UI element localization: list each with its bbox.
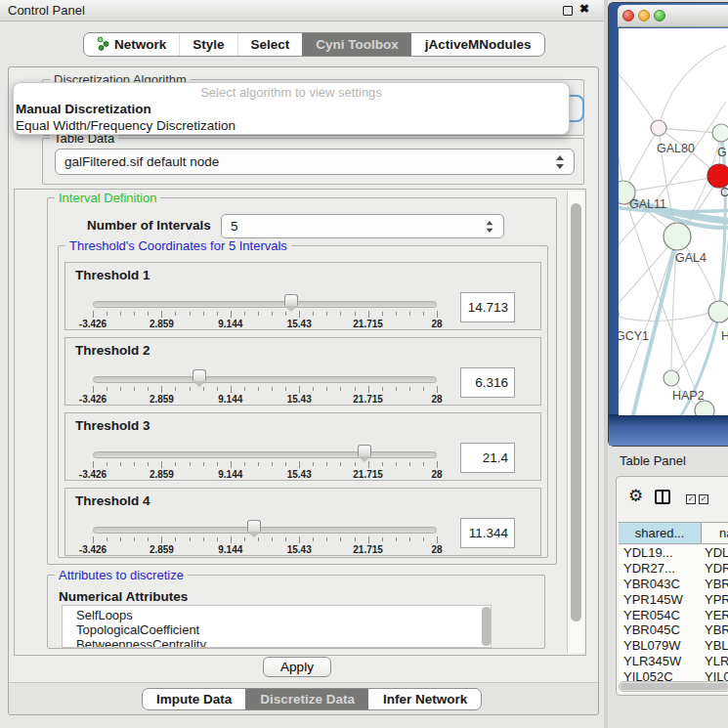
table-cell[interactable]: YDL1 [702,545,728,560]
slider-tick-label: 15.43 [287,319,312,329]
tab-cyni-toolbox[interactable]: Cyni Toolbox [302,33,411,56]
table-row[interactable]: YDL19...YDL1 [619,545,728,561]
slider-tick [340,387,341,391]
column-header-name[interactable]: na [702,523,728,543]
attribute-list-item[interactable]: BetweennessCentrality [76,637,491,648]
slider-track[interactable] [93,301,437,308]
slider-thumb[interactable] [358,445,371,456]
slider-tick [409,537,410,541]
threshold-2-label: Threshold 2 [75,343,150,358]
slider-tick [107,537,107,541]
table-row[interactable]: YBR043CYBR0 [619,577,728,592]
apply-button[interactable]: Apply [263,657,331,677]
table-cell[interactable]: YBR043C [619,577,702,591]
slider-tick [409,387,410,391]
table-cell[interactable]: YER0 [702,608,728,622]
threshold-1-slider[interactable]: -3.4262.8599.14415.4321.71528 [93,298,437,329]
slider-tick-label: -3.426 [79,469,107,480]
threshold-2-value[interactable]: 6.316 [460,367,515,398]
threshold-4-slider[interactable]: -3.4262.8599.14415.4321.71528 [93,524,437,555]
table-row[interactable]: YDR27...YDR2 [619,561,728,577]
attribute-list-item[interactable]: SelfLoops [76,608,491,622]
table-data-combo[interactable]: galFiltered.sif default node [55,149,575,175]
tab-impute-data[interactable]: Impute Data [143,689,245,709]
table-cell[interactable]: YDL19... [619,545,702,560]
node-hap2[interactable] [664,370,679,386]
algorithm-option-manual[interactable]: Manual Discretization [14,101,569,117]
attributes-group-title: Attributes to discretize [55,568,188,582]
table-cell[interactable]: YBL079W [619,638,702,653]
slider-track[interactable] [93,376,437,383]
scrollbar-thumb[interactable] [621,683,728,690]
table-row[interactable]: YER054CYER0 [619,607,728,622]
slider-tick [409,462,410,466]
zoom-traffic-light-icon[interactable] [654,10,665,21]
tab-network-label: Network [114,37,166,52]
close-icon[interactable]: ✖ [579,2,589,16]
close-traffic-light-icon[interactable] [622,10,634,21]
slider-tick [175,462,176,466]
algorithm-option-equal-width[interactable]: Equal Width/Frequency Discretization [14,117,569,134]
node-h[interactable] [708,301,728,322]
network-canvas[interactable]: GAL80 G C GAL11 GAL4 GCY1 H HAP2 [619,28,728,415]
table-cell[interactable]: YPR1 [702,592,728,607]
column-header-shared[interactable]: shared... [619,523,702,543]
node-highlighted[interactable] [707,164,728,188]
number-of-intervals-spinner[interactable]: 5 [221,214,504,238]
table-row[interactable]: YPR145WYPR1 [619,591,728,607]
table-cell[interactable]: YBR0 [702,622,728,637]
node-partial[interactable] [695,401,714,415]
threshold-3-value[interactable]: 21.4 [460,443,515,473]
threshold-2-slider[interactable]: -3.4262.8599.14415.4321.71528 [93,373,437,405]
network-window-titlebar[interactable] [618,5,728,27]
algorithm-hint-option[interactable]: Select algorithm to view settings [14,83,569,101]
tab-infer-network-label: Infer Network [383,692,467,707]
minimize-traffic-light-icon[interactable] [638,10,650,21]
table-row[interactable]: YBR045CYBR0 [619,622,728,638]
panel-vertical-scrollbar[interactable] [567,192,584,653]
attribute-list-item[interactable]: TopologicalCoefficient [76,622,491,637]
table-cell[interactable]: YPR145W [619,592,702,607]
slider-tick-label: 9.144 [218,394,242,405]
node-g[interactable] [712,124,728,142]
slider-thumb[interactable] [284,294,298,306]
network-view-window: GAL80 G C GAL11 GAL4 GCY1 H HAP2 [608,2,728,447]
slider-thumb[interactable] [247,520,261,532]
table-row[interactable]: YBL079WYBL0 [619,638,728,654]
node-gal4[interactable] [664,223,691,250]
numerical-attributes-list[interactable]: SelfLoopsTopologicalCoefficientBetweenne… [62,605,492,648]
float-window-icon[interactable] [563,6,573,16]
checkbox-icon-1[interactable]: ✓ [686,494,696,504]
tab-jactivemnodules[interactable]: jActiveMNodules [411,33,544,56]
slider-track[interactable] [93,451,437,458]
slider-track[interactable] [93,527,437,534]
table-cell[interactable]: YDR27... [619,561,702,576]
table-cell[interactable]: YBL0 [702,638,728,653]
threshold-4-value[interactable]: 11.344 [460,518,515,548]
table-cell[interactable]: YBR045C [619,622,702,637]
tab-style[interactable]: Style [179,33,236,56]
slider-thumb[interactable] [193,369,206,381]
table-cell[interactable]: YBR0 [702,577,728,591]
slider-tick [382,312,383,316]
tab-select[interactable]: Select [237,33,303,56]
table-cell[interactable]: YER054C [619,608,702,622]
table-cell[interactable]: YLR3 [702,654,728,668]
threshold-3-slider[interactable]: -3.4262.8599.14415.4321.71528 [93,449,437,480]
scrollbar-thumb[interactable] [571,203,581,621]
column-layout-icon[interactable] [655,490,670,504]
tab-infer-network[interactable]: Infer Network [368,689,481,709]
table-cell[interactable]: YLR345W [619,654,702,668]
slider-tick [175,537,176,541]
table-horizontal-scrollbar[interactable] [619,681,728,692]
table-row[interactable]: YLR345WYLR3 [619,654,728,669]
table-cell[interactable]: YDR2 [702,561,728,576]
checkbox-icon-2[interactable]: ✓ [699,494,708,504]
node-gal80[interactable] [651,120,666,136]
attributes-list-scrollbar[interactable] [482,607,491,646]
gear-icon[interactable]: ⚙ [628,486,643,506]
tab-discretize-data[interactable]: Discretize Data [245,689,368,709]
tab-network[interactable]: Network [84,33,179,56]
slider-tick [437,461,438,468]
threshold-1-value[interactable]: 14.713 [460,292,515,322]
